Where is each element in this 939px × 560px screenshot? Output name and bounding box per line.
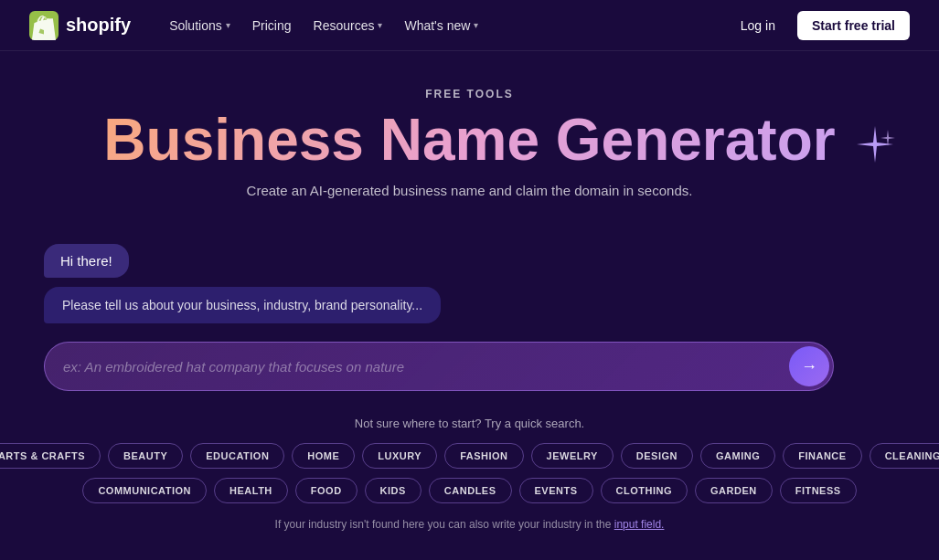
hero-subtitle: Create an AI-generated business name and… [247, 183, 693, 198]
tag-item[interactable]: LUXURY [362, 443, 437, 469]
bubble-prompt: Please tell us about your business, indu… [44, 287, 441, 323]
tag-item[interactable]: KIDS [365, 478, 421, 503]
tag-item[interactable]: GARDEN [695, 478, 773, 503]
tag-item[interactable]: FINANCE [783, 443, 861, 469]
search-input[interactable] [63, 350, 789, 384]
quick-search-label: Not sure where to start? Try a quick sea… [355, 417, 584, 430]
tags-row-1: ARTS & CRAFTSBEAUTYEDUCATIONHOMELUXURYFA… [0, 443, 939, 469]
quick-search-section: Not sure where to start? Try a quick sea… [0, 417, 939, 503]
tag-item[interactable]: COMMUNICATION [82, 478, 207, 503]
tag-item[interactable]: CLEANING [870, 443, 939, 469]
page-title: Business Name Generator [103, 108, 835, 172]
navbar-links: Solutions ▾ Pricing Resources ▾ What's n… [160, 13, 730, 38]
tag-item[interactable]: GAMING [700, 443, 775, 469]
navbar: shopify Solutions ▾ Pricing Resources ▾ … [0, 0, 939, 51]
nav-pricing[interactable]: Pricing [243, 13, 301, 38]
tag-item[interactable]: ARTS & CRAFTS [0, 443, 101, 469]
nav-resources[interactable]: Resources ▾ [304, 13, 392, 38]
tag-item[interactable]: HEALTH [214, 478, 288, 503]
search-container: → [0, 342, 878, 391]
hero-section: FREE TOOLS Business Name Generator Creat… [0, 51, 939, 244]
tag-item[interactable]: CANDLES [429, 478, 512, 503]
footer-note: If your industry isn't found here you ca… [0, 518, 939, 531]
sparkle-icon [855, 124, 895, 173]
tag-item[interactable]: FASHION [444, 443, 523, 469]
search-bar: → [44, 342, 834, 391]
shopify-logo-icon [29, 11, 59, 40]
chevron-down-icon: ▾ [474, 20, 478, 30]
tag-item[interactable]: CLOTHING [601, 478, 688, 503]
tags-row-2: COMMUNICATIONHEALTHFOODKIDSCANDLESEVENTS… [82, 478, 856, 503]
nav-whats-new[interactable]: What's new ▾ [395, 13, 487, 38]
chevron-down-icon: ▾ [378, 20, 382, 30]
chevron-down-icon: ▾ [226, 20, 230, 30]
logo[interactable]: shopify [29, 11, 131, 40]
input-field-link[interactable]: input field. [614, 518, 665, 531]
start-trial-button[interactable]: Start free trial [797, 11, 910, 40]
arrow-right-icon: → [801, 357, 817, 376]
nav-solutions[interactable]: Solutions ▾ [160, 13, 240, 38]
logo-text: shopify [66, 15, 131, 36]
free-tools-label: FREE TOOLS [425, 88, 513, 100]
svg-rect-1 [37, 18, 51, 35]
navbar-actions: Log in Start free trial [730, 11, 910, 40]
tag-item[interactable]: HOME [292, 443, 355, 469]
tag-item[interactable]: FITNESS [780, 478, 857, 503]
login-button[interactable]: Log in [730, 13, 786, 38]
chat-container: Hi there! Please tell us about your busi… [0, 244, 878, 323]
tag-item[interactable]: FOOD [295, 478, 357, 503]
tag-item[interactable]: DESIGN [621, 443, 693, 469]
tag-item[interactable]: JEWELRY [531, 443, 614, 469]
footer-note-text: If your industry isn't found here you ca… [275, 518, 614, 531]
bubble-hi: Hi there! [44, 244, 129, 278]
tag-item[interactable]: EDUCATION [190, 443, 284, 469]
tag-item[interactable]: EVENTS [519, 478, 593, 503]
tag-item[interactable]: BEAUTY [108, 443, 183, 469]
search-button[interactable]: → [789, 346, 829, 386]
